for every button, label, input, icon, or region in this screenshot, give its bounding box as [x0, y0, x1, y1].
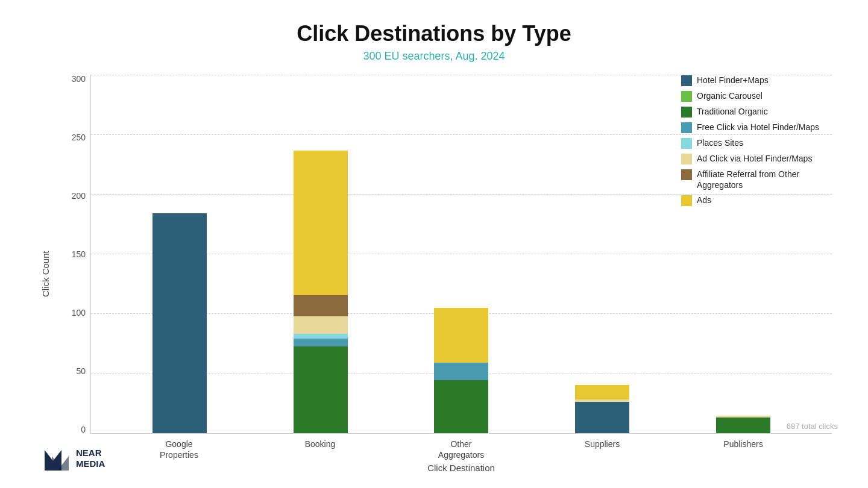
- bar-segment-ads: [294, 151, 348, 295]
- near-media-logo: [42, 444, 71, 473]
- x-tick: Publishers: [716, 439, 770, 460]
- x-tick: Booking: [293, 439, 347, 460]
- legend-color-swatch: [681, 75, 692, 86]
- legend-label: Organic Carousel: [697, 90, 763, 101]
- legend-label: Affiliate Referral from Other Aggregator…: [697, 169, 826, 190]
- stacked-bar: [575, 385, 629, 433]
- legend-item-ad_click_hotel: Ad Click via Hotel Finder/Maps: [681, 153, 826, 164]
- stacked-bar: [434, 308, 488, 433]
- bar-group: [575, 385, 629, 433]
- legend-item-traditional_organic: Traditional Organic: [681, 106, 826, 117]
- chart-inner: 300250200150100500 Hotel Finder+MapsOrga…: [57, 75, 832, 473]
- legend-label: Traditional Organic: [697, 106, 768, 117]
- total-clicks: 687 total clicks: [787, 422, 838, 431]
- legend-item-ads: Ads: [681, 195, 826, 206]
- bar-segment-affiliate_referral: [294, 295, 348, 316]
- stacked-bar: [294, 151, 348, 433]
- legend-color-swatch: [681, 169, 692, 180]
- y-tick: 0: [81, 425, 86, 434]
- grid-line: [91, 433, 832, 434]
- legend-color-swatch: [681, 195, 692, 206]
- y-axis: 300250200150100500: [57, 75, 90, 434]
- legend-color-swatch: [681, 122, 692, 133]
- y-tick: 300: [72, 75, 86, 83]
- y-tick: 200: [72, 192, 86, 200]
- bar-segment-free_click_hotel: [294, 339, 348, 346]
- bar-segment-free_click_hotel: [434, 363, 488, 380]
- bar-segment-ads: [575, 385, 629, 399]
- legend-item-hotel_finder_maps: Hotel Finder+Maps: [681, 75, 826, 86]
- legend-item-organic_carousel: Organic Carousel: [681, 90, 826, 102]
- legend-label: Free Click via Hotel Finder/Maps: [697, 122, 819, 133]
- stacked-bar: [153, 213, 207, 433]
- logo-area: NEAR MEDIA: [42, 444, 105, 473]
- legend-item-affiliate_referral: Affiliate Referral from Other Aggregator…: [681, 169, 826, 190]
- legend-item-places_sites: Places Sites: [681, 137, 826, 149]
- bar-segment-ad_click_hotel: [294, 316, 348, 334]
- bar-segment-ads: [434, 308, 488, 363]
- logo-text: NEAR MEDIA: [76, 448, 105, 469]
- plot-area: 300250200150100500 Hotel Finder+MapsOrga…: [57, 75, 832, 434]
- chart-body: Click Count 300250200150100500 Hotel Fin…: [36, 75, 832, 473]
- bar-group: [294, 151, 348, 433]
- legend: Hotel Finder+MapsOrganic CarouselTraditi…: [681, 75, 826, 206]
- y-tick: 250: [72, 133, 86, 142]
- y-tick: 50: [76, 367, 86, 375]
- x-tick: Suppliers: [575, 439, 629, 460]
- bar-segment-hotel_finder_maps: [153, 213, 207, 433]
- stacked-bar: [716, 416, 770, 433]
- x-axis-label: Click Destination: [90, 463, 832, 473]
- x-axis: Google PropertiesBookingOther Aggregator…: [90, 434, 832, 460]
- bar-segment-hotel_finder_maps: [575, 402, 629, 433]
- chart-container: Click Destinations by Type 300 EU search…: [18, 9, 850, 479]
- chart-subtitle: 300 EU searchers, Aug. 2024: [363, 50, 505, 63]
- chart-title: Click Destinations by Type: [297, 21, 571, 46]
- legend-color-swatch: [681, 91, 692, 102]
- x-tick: Google Properties: [152, 439, 206, 460]
- x-tick: Other Aggregators: [434, 439, 488, 460]
- bar-segment-places_sites: [294, 334, 348, 339]
- bar-segment-traditional_organic: [716, 418, 770, 433]
- bar-group: [153, 213, 207, 433]
- legend-label: Ad Click via Hotel Finder/Maps: [697, 153, 812, 164]
- bar-segment-traditional_organic: [434, 380, 488, 433]
- legend-color-swatch: [681, 107, 692, 117]
- y-tick: 100: [72, 308, 86, 317]
- legend-item-free_click_hotel: Free Click via Hotel Finder/Maps: [681, 122, 826, 133]
- legend-color-swatch: [681, 154, 692, 164]
- bar-segment-traditional_organic: [294, 346, 348, 433]
- legend-label: Ads: [697, 195, 711, 205]
- legend-label: Hotel Finder+Maps: [697, 75, 769, 86]
- bar-group: [716, 416, 770, 433]
- bar-group: [434, 308, 488, 433]
- y-axis-label: Click Count: [36, 75, 54, 473]
- legend-color-swatch: [681, 138, 692, 149]
- y-tick: 150: [72, 250, 86, 258]
- legend-label: Places Sites: [697, 137, 743, 148]
